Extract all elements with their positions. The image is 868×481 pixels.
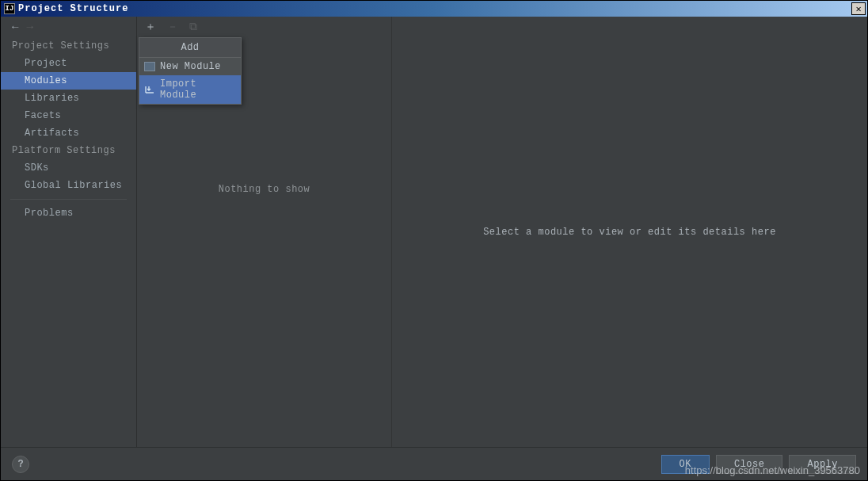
- sidebar-item-libraries[interactable]: Libraries: [1, 90, 136, 107]
- import-icon: [144, 85, 155, 94]
- sidebar-item-problems[interactable]: Problems: [1, 204, 136, 222]
- add-icon[interactable]: ＋: [145, 20, 156, 34]
- modules-toolbar: ＋ － ⧉: [137, 17, 391, 37]
- project-structure-window: IJ Project Structure ✕ ← → Project Setti…: [0, 0, 868, 481]
- detail-panel: Select a module to view or edit its deta…: [392, 17, 867, 447]
- modules-empty-text: Nothing to show: [137, 184, 391, 195]
- popup-item-import-module[interactable]: Import Module: [139, 75, 241, 104]
- help-button[interactable]: ?: [12, 456, 29, 473]
- sidebar-item-facets[interactable]: Facets: [1, 107, 136, 124]
- sidebar-item-global-libraries[interactable]: Global Libraries: [1, 177, 136, 194]
- sidebar-item-modules[interactable]: Modules: [1, 72, 136, 90]
- close-icon[interactable]: ✕: [851, 2, 866, 15]
- detail-empty-text: Select a module to view or edit its deta…: [483, 227, 776, 238]
- forward-arrow-icon[interactable]: →: [26, 21, 32, 33]
- title-bar: IJ Project Structure ✕: [1, 1, 867, 17]
- sidebar-item-project[interactable]: Project: [1, 55, 136, 72]
- sidebar-divider: [10, 199, 127, 200]
- copy-icon[interactable]: ⧉: [189, 21, 197, 33]
- cancel-button[interactable]: Close: [716, 455, 783, 474]
- sidebar-item-sdks[interactable]: SDKs: [1, 159, 136, 177]
- nav-arrows: ← →: [1, 17, 136, 37]
- popup-item-label: New Module: [160, 61, 221, 72]
- modules-panel: ＋ － ⧉ Add New Module Import Module Nothi…: [137, 17, 392, 447]
- popup-item-new-module[interactable]: New Module: [139, 58, 241, 75]
- back-arrow-icon[interactable]: ←: [12, 21, 18, 33]
- sidebar-section-platform-settings: Platform Settings: [1, 142, 136, 159]
- sidebar-item-artifacts[interactable]: Artifacts: [1, 124, 136, 142]
- window-title: Project Structure: [18, 3, 128, 14]
- popup-item-label: Import Module: [160, 78, 236, 101]
- remove-icon[interactable]: －: [167, 20, 178, 34]
- folder-icon: [144, 62, 155, 71]
- sidebar: ← → Project Settings Project Modules Lib…: [1, 17, 137, 447]
- popup-title: Add: [139, 38, 241, 58]
- apply-button[interactable]: Apply: [789, 455, 856, 474]
- add-popup: Add New Module Import Module: [139, 37, 242, 105]
- content-area: ← → Project Settings Project Modules Lib…: [1, 17, 867, 447]
- sidebar-section-project-settings: Project Settings: [1, 37, 136, 55]
- app-icon: IJ: [4, 3, 15, 14]
- ok-button[interactable]: OK: [661, 455, 710, 474]
- footer: ? OK Close Apply: [1, 447, 867, 480]
